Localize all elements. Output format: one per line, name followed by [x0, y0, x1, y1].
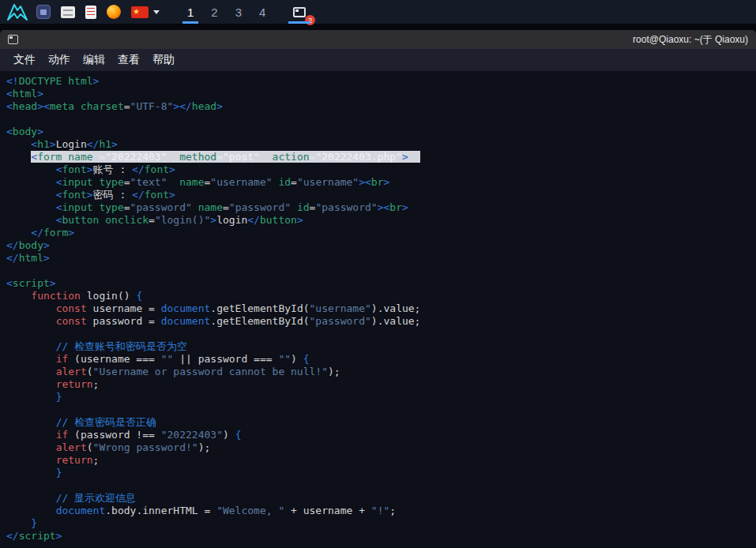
chevron-down-icon[interactable]	[153, 10, 160, 14]
code-line: <input type="text" name="username" id="u…	[6, 176, 756, 189]
code-line: }	[6, 517, 756, 530]
workspace-4[interactable]: 4	[250, 0, 274, 24]
code-line: <head><meta charset="UTF-8"></head>	[6, 100, 756, 113]
code-line: alert("Wrong password!");	[6, 441, 756, 454]
code-line: <font>密码 : </font>	[6, 189, 756, 201]
code-line: }	[6, 391, 756, 403]
code-line: <body>	[6, 126, 756, 138]
code-line	[6, 403, 756, 416]
workspace-4-label: 4	[259, 6, 265, 19]
workspace-2-label: 2	[211, 6, 217, 19]
menu-help[interactable]: 帮助	[146, 53, 181, 67]
code-line: </form>	[6, 227, 756, 239]
menu-edit[interactable]: 编辑	[77, 53, 111, 67]
code-line: function login() {	[6, 290, 756, 302]
code-line: document.body.innerHTML = "Welcome, " + …	[6, 505, 756, 517]
workspace-2[interactable]: 2	[202, 0, 226, 24]
code-line: // 检查账号和密码是否为空	[6, 340, 756, 353]
terminal-window: root@Qiaoxu: ~(于 Qiaoxu) 文件 动作 编辑 查看 帮助 …	[0, 30, 756, 548]
firefox-icon[interactable]	[107, 5, 121, 19]
code-line: const password = document.getElementById…	[6, 315, 756, 328]
workspace-3[interactable]: 3	[227, 0, 250, 24]
code-line: <input type="password" name="password" i…	[6, 201, 756, 214]
code-line: <h1>Login</h1>	[6, 138, 756, 151]
menu-view[interactable]: 查看	[111, 53, 146, 67]
code-line: <button onclick="login()">login</button>	[6, 214, 756, 227]
code-line	[6, 479, 756, 492]
file-manager-icon[interactable]	[61, 6, 75, 18]
code-line: <font>账号 : </font>	[6, 163, 756, 176]
code-line: </script>	[6, 530, 756, 542]
code-line: <!DOCTYPE html>	[6, 75, 756, 88]
code-line	[6, 265, 756, 277]
code-line: // 检查密码是否正确	[6, 416, 756, 429]
code-line: if (password !== "20222403") {	[6, 429, 756, 441]
code-line: return;	[6, 378, 756, 391]
launcher-icons: ★	[36, 5, 149, 19]
cn-flag-icon[interactable]: ★	[131, 6, 149, 18]
code-line: }	[6, 467, 756, 479]
text-editor-icon[interactable]	[85, 6, 96, 19]
code-line: // 显示欢迎信息	[6, 492, 756, 505]
terminal-window-icon	[293, 7, 306, 17]
menubar: 文件 动作 编辑 查看 帮助	[0, 49, 756, 71]
code-line	[6, 328, 756, 340]
terminal-icon	[8, 35, 18, 44]
window-list-icon[interactable]: 2	[287, 0, 312, 24]
titlebar[interactable]: root@Qiaoxu: ~(于 Qiaoxu)	[0, 30, 756, 49]
code-line: return;	[6, 454, 756, 467]
code-line: <script>	[6, 277, 756, 290]
distro-logo-icon[interactable]	[5, 2, 30, 22]
workspace-3-label: 3	[235, 6, 242, 19]
menu-file[interactable]: 文件	[7, 53, 42, 67]
code-area[interactable]: <!DOCTYPE html><html><head><meta charset…	[0, 71, 756, 548]
workspace-1[interactable]: 1	[179, 0, 202, 24]
code-line: alert("Username or password cannot be nu…	[6, 366, 756, 378]
menu-actions[interactable]: 动作	[42, 53, 77, 67]
code-line	[6, 113, 756, 126]
code-line: </body>	[6, 239, 756, 252]
window-count-badge: 2	[305, 15, 315, 25]
system-topbar: ★ 1 2 3 4 2	[0, 0, 756, 24]
code-line: </html>	[6, 252, 756, 265]
code-line: const username = document.getElementById…	[6, 302, 756, 315]
workspace-switcher: 1 2 3 4	[179, 0, 274, 24]
workspace-1-label: 1	[187, 6, 194, 19]
window-title: root@Qiaoxu: ~(于 Qiaoxu)	[633, 33, 748, 47]
window-icon[interactable]	[36, 5, 51, 19]
code-line: <form name ="20222403" method="post" act…	[6, 151, 756, 163]
code-line: <html>	[6, 88, 756, 100]
code-line: if (username === "" || password === "") …	[6, 353, 756, 366]
